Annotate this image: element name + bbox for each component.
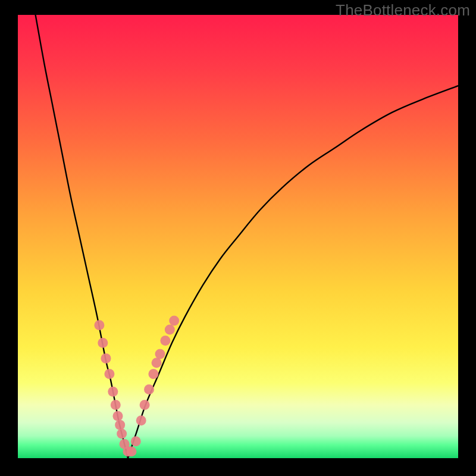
watermark-label: TheBottleneck.com	[336, 1, 470, 20]
data-point	[131, 436, 141, 446]
chart-overlay	[18, 15, 458, 458]
bottleneck-curve	[36, 15, 458, 458]
data-point	[165, 324, 175, 334]
data-point	[136, 415, 146, 425]
data-point	[98, 338, 108, 348]
data-point	[169, 316, 179, 326]
data-point	[108, 387, 118, 397]
data-point	[117, 429, 127, 439]
curve-right-branch	[128, 86, 458, 458]
data-point	[115, 420, 125, 430]
data-point	[144, 384, 154, 394]
data-point	[155, 349, 165, 359]
data-point	[111, 400, 121, 410]
data-point-markers	[94, 316, 179, 457]
data-point	[112, 411, 123, 421]
data-point	[140, 400, 150, 410]
data-point	[104, 369, 114, 379]
data-point	[101, 353, 111, 364]
data-point	[152, 358, 162, 368]
data-point	[148, 369, 158, 379]
data-point	[160, 336, 170, 346]
data-point	[94, 320, 104, 330]
chart-frame	[18, 15, 458, 458]
data-point	[126, 446, 136, 456]
